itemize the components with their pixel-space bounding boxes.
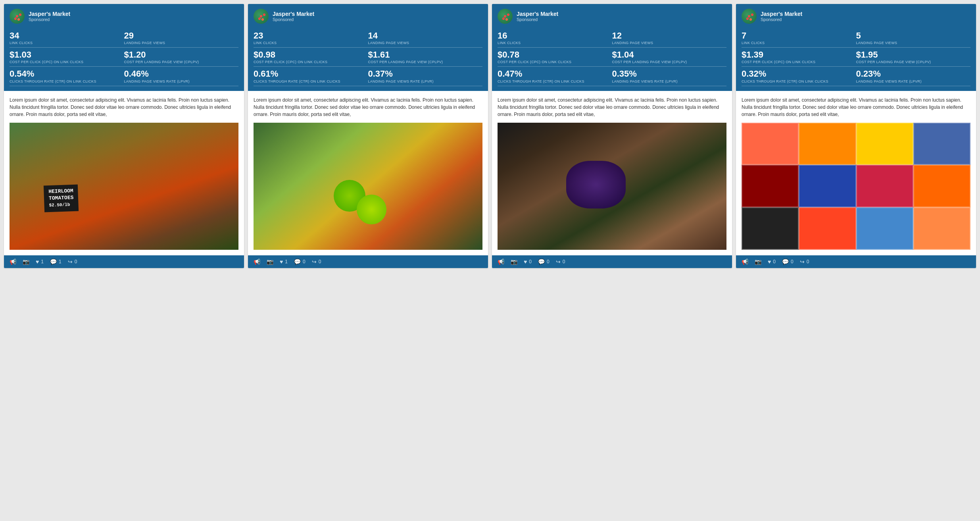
brand-name: Jasper's Market bbox=[517, 11, 558, 17]
stat-label: CLICKS THROUGH RATE (CTR) ON LINK CLICKS bbox=[742, 79, 851, 83]
brand-name: Jasper's Market bbox=[273, 11, 314, 17]
stat-label: LANDING PAGE VIEWS RATE (LPVR) bbox=[612, 79, 724, 83]
stat-block: 0.23% LANDING PAGE VIEWS RATE (LPVR) bbox=[856, 67, 971, 86]
comment-icon: 💬 bbox=[538, 259, 545, 265]
stat-block: 5 LANDING PAGE VIEWS bbox=[856, 29, 971, 48]
avatar-inner bbox=[10, 9, 25, 24]
stat-label: CLICKS THROUGH RATE (CTR) ON LINK CLICKS bbox=[498, 79, 607, 83]
sponsored-label: Sponsored bbox=[273, 17, 314, 22]
megaphone-icon[interactable]: 📢 bbox=[498, 259, 504, 265]
stat-number: 23 bbox=[254, 31, 363, 41]
avatar bbox=[254, 9, 269, 24]
stat-block: 0.47% CLICKS THROUGH RATE (CTR) ON LINK … bbox=[498, 67, 612, 86]
share-icon: ↪ bbox=[312, 259, 317, 265]
card-1: Jasper's Market Sponsored 34 LINK CLICKS… bbox=[4, 4, 244, 268]
avatar bbox=[10, 9, 25, 24]
card-body: Lorem ipsum dolor sit amet, consectetur … bbox=[248, 91, 488, 255]
stat-block: 7 LINK CLICKS bbox=[742, 29, 856, 48]
card-footer: 📢📷 ♥ 0 💬 0 ↪ 0 bbox=[736, 255, 976, 268]
share-icon: ↪ bbox=[68, 259, 73, 265]
footer-heart-stat: ♥ 1 bbox=[280, 259, 288, 265]
cards-container: Jasper's Market Sponsored 34 LINK CLICKS… bbox=[4, 4, 976, 268]
stat-number: 0.32% bbox=[742, 69, 851, 79]
instagram-icon[interactable]: 📷 bbox=[23, 259, 29, 265]
instagram-icon[interactable]: 📷 bbox=[755, 259, 761, 265]
heart-icon: ♥ bbox=[524, 259, 527, 265]
megaphone-icon[interactable]: 📢 bbox=[10, 259, 16, 265]
stat-label: COST PER LANDING PAGE VIEW (CPLPV) bbox=[124, 60, 236, 64]
stat-number: 0.61% bbox=[254, 69, 363, 79]
card-footer: 📢📷 ♥ 1 💬 1 ↪ 0 bbox=[4, 255, 244, 268]
comment-icon: 💬 bbox=[294, 259, 301, 265]
stat-number: 14 bbox=[368, 31, 480, 41]
stat-block: 23 LINK CLICKS bbox=[254, 29, 368, 48]
stat-block: 0.32% CLICKS THROUGH RATE (CTR) ON LINK … bbox=[742, 67, 856, 86]
card-header: Jasper's Market Sponsored 16 LINK CLICKS… bbox=[492, 4, 732, 91]
footer-heart-stat: ♥ 0 bbox=[768, 259, 776, 265]
footer-share-stat: ↪ 0 bbox=[556, 259, 565, 265]
card-body: Lorem ipsum dolor sit amet, consectetur … bbox=[4, 91, 244, 255]
stat-number: $1.61 bbox=[368, 50, 480, 60]
footer-comment-count: 0 bbox=[547, 259, 550, 264]
card-header: Jasper's Market Sponsored 23 LINK CLICKS… bbox=[248, 4, 488, 91]
heart-icon: ♥ bbox=[768, 259, 771, 265]
stat-number: 0.47% bbox=[498, 69, 607, 79]
stat-block: 0.35% LANDING PAGE VIEWS RATE (LPVR) bbox=[612, 67, 727, 86]
footer-share-count: 0 bbox=[319, 259, 321, 264]
sponsored-label: Sponsored bbox=[29, 17, 70, 22]
stat-block: 0.37% LANDING PAGE VIEWS RATE (LPVR) bbox=[368, 67, 483, 86]
sponsored-label: Sponsored bbox=[761, 17, 802, 22]
footer-share-stat: ↪ 0 bbox=[312, 259, 321, 265]
avatar bbox=[742, 9, 757, 24]
avatar-decoration bbox=[504, 15, 506, 17]
megaphone-icon[interactable]: 📢 bbox=[254, 259, 260, 265]
sponsored-label: Sponsored bbox=[517, 17, 558, 22]
footer-comment-count: 1 bbox=[59, 259, 61, 264]
stat-label: LANDING PAGE VIEWS bbox=[368, 41, 480, 45]
stat-label: CLICKS THROUGH RATE (CTR) ON LINK CLICKS bbox=[254, 79, 363, 83]
megaphone-icon[interactable]: 📢 bbox=[742, 259, 748, 265]
heart-icon: ♥ bbox=[280, 259, 283, 265]
footer-heart-count: 0 bbox=[529, 259, 532, 264]
stat-number: 0.46% bbox=[124, 69, 236, 79]
stat-number: 29 bbox=[124, 31, 236, 41]
footer-heart-count: 1 bbox=[285, 259, 288, 264]
stat-number: 5 bbox=[856, 31, 968, 41]
stat-number: $0.78 bbox=[498, 50, 607, 60]
card-header: Jasper's Market Sponsored 7 LINK CLICKS … bbox=[736, 4, 976, 91]
brand-info: Jasper's Market Sponsored bbox=[29, 11, 70, 22]
brand-info: Jasper's Market Sponsored bbox=[517, 11, 558, 22]
footer-share-count: 0 bbox=[807, 259, 809, 264]
stat-number: $0.98 bbox=[254, 50, 363, 60]
stat-number: $1.39 bbox=[742, 50, 851, 60]
card-body-text: Lorem ipsum dolor sit amet, consectetur … bbox=[10, 96, 238, 118]
stat-label: LINK CLICKS bbox=[254, 41, 363, 45]
stat-number: 34 bbox=[10, 31, 119, 41]
footer-comment-stat: 💬 0 bbox=[782, 259, 794, 265]
heart-icon: ♥ bbox=[36, 259, 39, 265]
stat-label: LANDING PAGE VIEWS bbox=[856, 41, 968, 45]
stat-number: 16 bbox=[498, 31, 607, 41]
stat-label: LINK CLICKS bbox=[498, 41, 607, 45]
stat-block: $1.39 COST PER CLICK (CPC) ON LINK CLICK… bbox=[742, 48, 856, 67]
stat-number: $1.20 bbox=[124, 50, 236, 60]
stat-label: COST PER CLICK (CPC) ON LINK CLICKS bbox=[10, 60, 119, 64]
instagram-icon[interactable]: 📷 bbox=[511, 259, 517, 265]
stats-grid: 7 LINK CLICKS 5 LANDING PAGE VIEWS $1.39… bbox=[742, 29, 970, 86]
stat-block: $1.20 COST PER LANDING PAGE VIEW (CPLPV) bbox=[124, 48, 239, 67]
stat-block: $1.03 COST PER CLICK (CPC) ON LINK CLICK… bbox=[10, 48, 124, 67]
comment-icon: 💬 bbox=[782, 259, 789, 265]
stat-block: 14 LANDING PAGE VIEWS bbox=[368, 29, 483, 48]
footer-comment-stat: 💬 1 bbox=[50, 259, 61, 265]
avatar-inner bbox=[254, 9, 269, 24]
stat-label: LINK CLICKS bbox=[10, 41, 119, 45]
stat-block: $1.61 COST PER LANDING PAGE VIEW (CPLPV) bbox=[368, 48, 483, 67]
card-2: Jasper's Market Sponsored 23 LINK CLICKS… bbox=[248, 4, 488, 268]
stat-number: $1.04 bbox=[612, 50, 724, 60]
stat-label: LANDING PAGE VIEWS RATE (LPVR) bbox=[124, 79, 236, 83]
header-top: Jasper's Market Sponsored bbox=[254, 9, 482, 24]
footer-heart-count: 1 bbox=[41, 259, 44, 264]
card-body: Lorem ipsum dolor sit amet, consectetur … bbox=[736, 91, 976, 255]
instagram-icon[interactable]: 📷 bbox=[267, 259, 273, 265]
brand-info: Jasper's Market Sponsored bbox=[761, 11, 802, 22]
